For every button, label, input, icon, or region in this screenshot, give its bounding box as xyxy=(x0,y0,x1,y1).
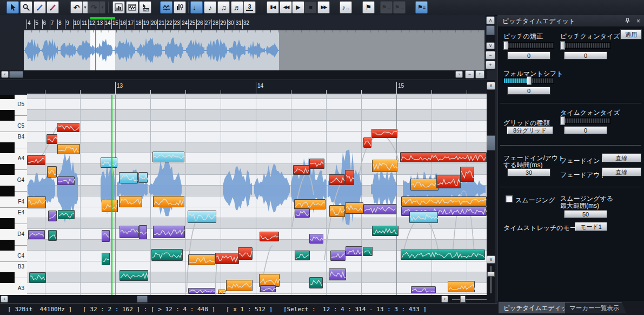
note-block-red[interactable] xyxy=(293,165,310,175)
pitch-correct-slider-thumb[interactable] xyxy=(503,41,508,50)
note-block-teal[interactable] xyxy=(151,249,183,261)
overview-hscroll-thumb[interactable] xyxy=(9,71,23,78)
note-block-purple[interactable] xyxy=(346,246,362,256)
piano-key-black-C#4[interactable] xyxy=(0,240,15,251)
pitch-time-edit-button[interactable] xyxy=(160,1,172,14)
note-block-orange[interactable] xyxy=(401,196,487,206)
piano-key-black-F#4[interactable] xyxy=(0,186,15,196)
note-block-teal[interactable] xyxy=(48,230,57,241)
panel-title-bar[interactable]: ピッチタイムエディット × xyxy=(498,15,644,27)
note-block-purple[interactable] xyxy=(28,230,45,239)
note-block-red[interactable] xyxy=(329,174,345,185)
pitch-correct-slider[interactable] xyxy=(503,42,554,49)
note-block-purple[interactable] xyxy=(363,204,396,214)
note-block-red[interactable] xyxy=(215,253,239,264)
note-block-orange[interactable] xyxy=(27,196,46,208)
transport-play[interactable]: ▶ xyxy=(292,1,304,14)
editor-playhead[interactable] xyxy=(111,95,112,295)
note-block-red[interactable] xyxy=(260,232,279,241)
note-block-purple[interactable] xyxy=(309,234,323,244)
overview-playhead[interactable] xyxy=(95,30,96,70)
note-block-teal[interactable] xyxy=(372,226,399,236)
note-block-orange[interactable] xyxy=(410,179,439,191)
note-block-teal[interactable] xyxy=(295,251,310,260)
piano-key-black-D#4[interactable] xyxy=(0,218,15,229)
redo-button-dropdown[interactable]: ▼ xyxy=(100,1,105,14)
tab-marker-list[interactable]: マーカー一覧表示 xyxy=(565,302,627,313)
piano-key-black-A#4[interactable] xyxy=(0,142,15,153)
editor-vzoom-slider[interactable] xyxy=(490,266,492,293)
marker-next-button[interactable]: ⚑→ xyxy=(393,1,406,14)
note-block-cyan[interactable] xyxy=(152,152,184,162)
note-block-red[interactable] xyxy=(371,129,397,138)
scroll-left-icon[interactable]: ‹ xyxy=(1,296,8,303)
cursor-tool[interactable] xyxy=(6,1,19,14)
note-block-cyan[interactable] xyxy=(409,211,438,223)
note-block-cyan[interactable] xyxy=(101,158,117,168)
pitch-quantize-slider[interactable] xyxy=(560,42,611,49)
marker-add-button[interactable]: ⚑ xyxy=(362,1,375,14)
note-block-red[interactable] xyxy=(57,123,79,132)
pitch-grid[interactable] xyxy=(27,95,487,295)
overview-waveform-strip[interactable] xyxy=(0,30,487,70)
note-block-teal[interactable] xyxy=(119,270,148,281)
marker-list-button[interactable]: ⚑≡ xyxy=(415,1,428,14)
marker-prev-button[interactable]: ⚑← xyxy=(380,1,393,14)
note-block-red[interactable] xyxy=(238,247,253,260)
piano-key-black-A#3[interactable] xyxy=(0,272,15,283)
piano-keyboard[interactable]: D5C5B4A4G4F4E4D4C4B3A3 xyxy=(0,95,27,295)
transport-rewind[interactable]: ◀◀ xyxy=(280,1,292,14)
grid-type-button[interactable]: 8分グリッド xyxy=(507,126,553,134)
scroll-left-icon[interactable]: ‹ xyxy=(1,71,9,78)
editor-hzoom-handle[interactable] xyxy=(460,296,466,303)
piano-key-black-C#5[interactable] xyxy=(0,110,15,121)
voice-analysis-button[interactable] xyxy=(174,1,186,14)
note-sixteenth-button[interactable]: ♫ xyxy=(217,1,230,14)
editor-hscroll-thumb[interactable] xyxy=(137,296,148,303)
scroll-up-icon[interactable]: ∧ xyxy=(487,82,495,90)
note-block-orange[interactable] xyxy=(47,166,57,178)
editor-hzoom-slider[interactable] xyxy=(452,299,487,300)
note-block-cyan[interactable] xyxy=(119,172,138,183)
note-block-orange[interactable] xyxy=(372,160,397,172)
piano-key-black-D#5[interactable] xyxy=(0,95,15,99)
overview-ruler[interactable]: 4567891011121314151617181920212223242526… xyxy=(0,15,487,30)
note-block-purple[interactable] xyxy=(102,230,110,242)
note-block-orange[interactable] xyxy=(329,205,345,217)
editor-hscroll[interactable]: ‹ › xyxy=(0,295,495,303)
scroll-down-icon[interactable]: ∨ xyxy=(486,42,495,49)
close-icon[interactable]: × xyxy=(634,17,642,25)
note-quarter-button[interactable]: ♩ xyxy=(190,1,203,14)
formant-shift-slider[interactable] xyxy=(503,77,554,84)
overview-hscroll[interactable]: ‹ › − + xyxy=(0,70,487,79)
note-block-purple[interactable] xyxy=(57,176,75,185)
note-block-teal[interactable] xyxy=(309,277,323,288)
note-block-purple[interactable] xyxy=(48,211,57,221)
note-block-purple[interactable] xyxy=(119,226,139,238)
note-block-red[interactable] xyxy=(460,167,474,182)
note-block-red[interactable] xyxy=(47,134,57,144)
note-block-teal[interactable] xyxy=(401,250,485,260)
view-level-meter[interactable] xyxy=(112,1,125,14)
note-eighth-button[interactable]: ♪ xyxy=(204,1,216,14)
note-block-red[interactable] xyxy=(436,175,461,188)
scroll-right-icon[interactable]: › xyxy=(455,71,463,78)
note-block-cyan[interactable] xyxy=(188,211,216,223)
editor-ruler[interactable]: 131415 xyxy=(0,80,487,95)
editor-vzoom-handle[interactable] xyxy=(487,272,495,277)
note-block-purple[interactable] xyxy=(295,208,310,218)
pitch-correct-value[interactable]: 0 xyxy=(507,51,550,60)
zoom-tool[interactable] xyxy=(20,1,32,14)
note-block-orange[interactable] xyxy=(57,144,80,154)
fade-time-value[interactable]: 30 xyxy=(507,168,550,176)
transport-skip-start[interactable]: ▮◀ xyxy=(267,1,279,14)
view-wave-editor[interactable] xyxy=(126,1,138,14)
overview-zoom-in-button[interactable]: + xyxy=(486,61,495,69)
note-thirtysecond-button[interactable]: ♬ xyxy=(231,1,243,14)
note-block-purple[interactable] xyxy=(411,286,436,293)
scroll-up-icon[interactable]: ∧ xyxy=(486,16,495,24)
note-block-purple[interactable] xyxy=(329,268,346,280)
overview-vscroll[interactable]: ∧ ∨ − + xyxy=(486,15,495,70)
note-block-orange[interactable] xyxy=(448,281,475,292)
overview-vscroll-thumb[interactable] xyxy=(486,25,495,35)
